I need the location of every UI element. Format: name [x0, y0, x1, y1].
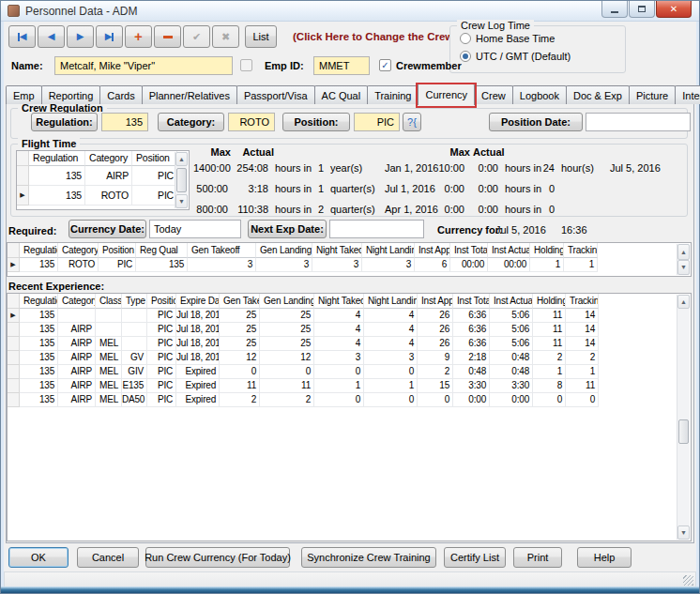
category-field[interactable]: ROTO	[228, 113, 275, 131]
currency-date-field[interactable]: Today	[149, 220, 241, 238]
delete-record-button[interactable]	[154, 25, 181, 48]
position-date-field[interactable]	[586, 113, 691, 131]
column-header[interactable]: Inst Appr	[415, 243, 450, 258]
scroll-down-icon[interactable]: ▼	[677, 260, 690, 276]
synchronize-crew-training-button[interactable]: Synchronize Crew Training	[301, 547, 436, 568]
row-selector[interactable]	[17, 166, 29, 186]
cancel-edit-button[interactable]: ✖	[212, 25, 239, 48]
currency-date-button[interactable]: Currency Date:	[68, 220, 146, 238]
row-selector-header[interactable]	[8, 243, 20, 258]
next-exp-date-button[interactable]: Next Exp Date:	[248, 220, 327, 238]
scrollbar-thumb[interactable]	[678, 419, 689, 444]
table-row[interactable]: ▶135PICJul 18, 2016252544266:365:061114	[8, 309, 677, 323]
recent-experience-scrollbar[interactable]: ▲ ▼	[677, 295, 690, 540]
table-row[interactable]: 10:000:00hours in24hour(s)Jul 5, 2016	[426, 158, 700, 178]
position-date-button[interactable]: Position Date:	[489, 113, 583, 131]
table-row[interactable]: 135AIRPMELDA50PICExpired220000:000:0000	[8, 393, 677, 407]
name-checkbox[interactable]	[240, 59, 252, 71]
close-button[interactable]: ✕	[656, 1, 692, 18]
column-header[interactable]: Inst Appr	[418, 294, 453, 309]
tab-reporting[interactable]: Reporting	[41, 85, 101, 104]
row-selector[interactable]: ▶	[8, 258, 20, 272]
column-header[interactable]: Tracking	[566, 294, 599, 309]
column-header[interactable]: Category	[58, 294, 96, 309]
tab-doc-exp[interactable]: Doc & Exp	[566, 85, 630, 104]
first-record-button[interactable]: ◀	[8, 25, 36, 48]
flight-time-grid-scrollbar[interactable]: ▲ ▼	[175, 152, 188, 208]
column-header[interactable]: Regulation	[20, 294, 58, 309]
run-crew-currency-button[interactable]: Run Crew Currency (For Today)	[145, 547, 290, 568]
print-button[interactable]: Print	[513, 547, 562, 568]
crewmember-checkbox[interactable]: ✓	[379, 59, 391, 71]
column-header[interactable]: Position	[99, 243, 136, 258]
scroll-up-icon[interactable]: ▲	[677, 244, 690, 260]
column-header[interactable]: Expire Date	[176, 294, 220, 309]
column-header[interactable]: Night Landing	[362, 243, 415, 258]
row-selector[interactable]	[8, 323, 20, 337]
scroll-down-icon[interactable]: ▼	[677, 525, 690, 540]
column-header[interactable]: Night Landing	[364, 294, 418, 309]
table-row[interactable]: 135AIRPMELE135PICExpired111111153:303:30…	[8, 379, 677, 393]
tab-passport-visa[interactable]: Passport/Visa	[236, 85, 315, 104]
table-row[interactable]: 0:000:00hours in0	[426, 199, 700, 220]
home-base-time-option[interactable]: Home Base Time	[460, 33, 555, 44]
row-selector[interactable]	[8, 351, 20, 365]
row-selector[interactable]	[8, 379, 20, 393]
column-header[interactable]: Inst Actual	[488, 243, 530, 258]
position-field[interactable]: PIC	[354, 113, 400, 131]
tab-currency[interactable]: Currency	[418, 84, 475, 105]
minimize-button[interactable]	[601, 1, 628, 18]
column-header[interactable]: Inst Total	[453, 294, 490, 309]
row-selector[interactable]: ▶	[17, 186, 29, 206]
scroll-up-icon[interactable]: ▲	[175, 152, 188, 166]
column-header[interactable]: Position	[132, 151, 177, 166]
tab-planner-relatives[interactable]: Planner/Relatives	[142, 85, 237, 104]
certify-list-button[interactable]: Certify List	[444, 547, 506, 568]
cancel-button[interactable]: Cancel	[77, 547, 139, 568]
row-selector-header[interactable]	[17, 151, 29, 166]
table-row[interactable]: 135AIRPMELGIVPICExpired000020:480:4811	[8, 365, 677, 379]
column-header[interactable]: Class	[96, 294, 122, 309]
row-selector[interactable]	[8, 365, 20, 379]
tab-logbook[interactable]: Logbook	[512, 85, 567, 104]
title-bar[interactable]: Personnel Data - ADM ✕	[1, 1, 699, 22]
position-lookup-button[interactable]: ?{	[403, 113, 421, 131]
emp-id-field[interactable]: MMET	[313, 56, 370, 75]
row-selector[interactable]	[8, 337, 20, 351]
column-header[interactable]: Regulation	[20, 243, 58, 258]
required-table-scrollbar[interactable]: ▲ ▼	[677, 244, 690, 275]
utc-gmt-option[interactable]: UTC / GMT (Default)	[460, 51, 571, 62]
tab-crew[interactable]: Crew	[474, 85, 513, 104]
column-header[interactable]: Gen Takeoff	[220, 294, 260, 309]
row-selector-header[interactable]	[8, 294, 20, 309]
column-header[interactable]: Tracking	[564, 243, 598, 258]
last-record-button[interactable]: ▶	[96, 25, 123, 48]
next-exp-date-field[interactable]	[329, 220, 424, 238]
tab-picture[interactable]: Picture	[629, 85, 676, 104]
scrollbar-thumb[interactable]	[176, 168, 187, 192]
next-record-button[interactable]: ▶	[67, 25, 94, 48]
name-field[interactable]: Metcalf, Mike "Viper"	[54, 56, 233, 75]
tab-training[interactable]: Training	[367, 85, 418, 104]
resize-grip[interactable]	[683, 575, 693, 586]
column-header[interactable]: Night Takeoff	[312, 243, 362, 258]
position-button[interactable]: Position:	[282, 113, 350, 131]
column-header[interactable]: Position	[147, 294, 176, 309]
table-row[interactable]: 135AIRPPIC	[17, 166, 175, 186]
column-header[interactable]: Gen Landing	[260, 294, 314, 309]
row-selector[interactable]: ▶	[8, 309, 20, 323]
maximize-button[interactable]	[629, 1, 655, 18]
table-row[interactable]: 135AIRPMELGVPICJul 18, 201612123392:180:…	[8, 351, 677, 365]
column-header[interactable]: Gen Takeoff	[188, 243, 256, 258]
column-header[interactable]: Regulation	[29, 151, 85, 166]
column-header[interactable]: Night Takeoff	[314, 294, 364, 309]
regulation-button[interactable]: Regulation:	[31, 113, 98, 131]
change-crew-id-link[interactable]: (Click Here to Change the Crew ID)	[293, 31, 471, 42]
regulation-field[interactable]: 135	[101, 113, 148, 131]
row-selector[interactable]	[8, 393, 20, 407]
tab-emp[interactable]: Emp	[6, 85, 42, 104]
add-record-button[interactable]: +	[125, 25, 152, 48]
tab-ac-qual[interactable]: AC Qual	[314, 85, 369, 104]
column-header[interactable]: Holding	[530, 243, 564, 258]
column-header[interactable]: Inst Total	[450, 243, 488, 258]
